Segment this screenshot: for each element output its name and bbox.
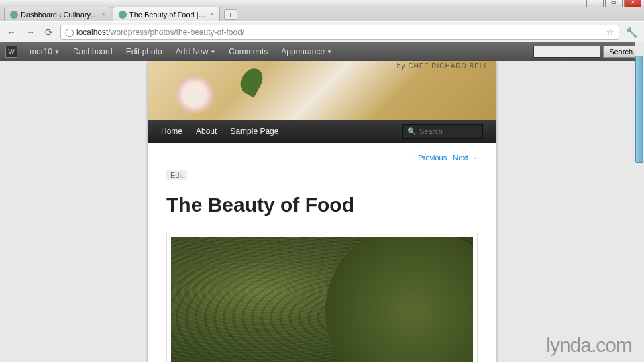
url-path: /wordpress/photos/the-beauty-of-food/ <box>108 27 244 37</box>
adminbar-item-label: Dashboard <box>73 47 113 56</box>
next-post-link[interactable]: Next → <box>453 154 478 162</box>
favicon-icon <box>10 11 18 19</box>
chevron-down-icon: ▼ <box>210 49 215 55</box>
window-maximize-button[interactable]: ▭ <box>605 0 623 7</box>
adminbar-item-label: Add New <box>176 47 209 56</box>
adminbar-edit-photo[interactable]: Edit photo <box>119 42 169 61</box>
wrench-menu-icon[interactable]: 🔧 <box>623 27 640 38</box>
vertical-scrollbar[interactable] <box>635 42 644 362</box>
post-nav: ← Previous Next → <box>166 154 478 162</box>
forward-button[interactable]: → <box>23 25 38 40</box>
adminbar-item-label: Appearance <box>281 47 325 56</box>
nav-about[interactable]: About <box>196 127 217 136</box>
adminbar-search: Search <box>533 46 639 58</box>
wp-admin-bar: W mor10 ▼ Dashboard Edit photo Add New▼ … <box>0 42 644 61</box>
adminbar-user-label: mor10 <box>30 47 52 56</box>
chevron-down-icon: ▼ <box>327 49 332 55</box>
adminbar-item-label: Comments <box>229 47 268 56</box>
wp-logo-icon[interactable]: W <box>5 46 17 58</box>
tab-close-icon[interactable]: × <box>101 11 105 18</box>
favicon-icon <box>119 11 127 19</box>
page-wrap: by CHEF RICHARD BELL Home About Sample P… <box>0 61 644 362</box>
back-button[interactable]: ← <box>4 25 19 40</box>
adminbar-comments[interactable]: Comments <box>222 42 274 61</box>
post-title: The Beauty of Food <box>166 194 478 217</box>
adminbar-search-input[interactable] <box>533 46 600 58</box>
nav-sample-page[interactable]: Sample Page <box>230 127 278 136</box>
viewport: W mor10 ▼ Dashboard Edit photo Add New▼ … <box>0 42 644 362</box>
tab-bar: Dashboard ‹ Culinary Artist × The Beauty… <box>0 5 644 21</box>
adminbar-add-new[interactable]: Add New▼ <box>169 42 223 61</box>
window-close-button[interactable]: ✕ <box>624 0 641 7</box>
scroll-thumb[interactable] <box>635 56 643 163</box>
artichoke-photo <box>171 237 473 362</box>
site-search-input[interactable] <box>419 127 473 135</box>
adminbar-item-label: Edit photo <box>126 47 162 56</box>
site-search[interactable]: 🔍 <box>402 124 483 139</box>
nav-home[interactable]: Home <box>161 127 182 136</box>
window-titlebar: – ▭ ✕ <box>0 0 644 5</box>
browser-tab-current[interactable]: The Beauty of Food | Culina × <box>113 7 220 21</box>
adminbar-search-button[interactable]: Search <box>603 46 639 58</box>
header-byline: by CHEF RICHARD BELL <box>397 62 488 70</box>
adminbar-dashboard[interactable]: Dashboard <box>66 42 119 61</box>
new-tab-button[interactable]: + <box>224 9 237 20</box>
post-featured-image <box>166 233 478 362</box>
search-icon: 🔍 <box>407 127 417 136</box>
prev-post-link[interactable]: ← Previous <box>409 154 447 162</box>
chevron-down-icon: ▼ <box>54 49 60 55</box>
browser-tab-dashboard[interactable]: Dashboard ‹ Culinary Artist × <box>4 7 111 21</box>
window-controls: – ▭ ✕ <box>586 0 641 7</box>
nav-toolbar: ← → ⟳ ◯ localhost/wordpress/photos/the-b… <box>0 21 644 42</box>
adminbar-user[interactable]: mor10 ▼ <box>23 42 66 61</box>
url-bar[interactable]: ◯ localhost/wordpress/photos/the-beauty-… <box>60 25 619 40</box>
browser-chrome: – ▭ ✕ Dashboard ‹ Culinary Artist × The … <box>0 0 644 42</box>
post-content: ← Previous Next → Edit The Beauty of Foo… <box>148 143 496 362</box>
tab-title: Dashboard ‹ Culinary Artist <box>21 11 99 19</box>
adminbar-appearance[interactable]: Appearance▼ <box>274 42 339 61</box>
globe-icon: ◯ <box>65 27 74 37</box>
window-minimize-button[interactable]: – <box>586 0 604 7</box>
edit-post-link[interactable]: Edit <box>166 170 187 180</box>
header-image: by CHEF RICHARD BELL <box>148 61 496 120</box>
site-container: by CHEF RICHARD BELL Home About Sample P… <box>148 61 496 362</box>
site-nav: Home About Sample Page 🔍 <box>148 120 496 143</box>
bookmark-star-icon[interactable]: ☆ <box>606 27 614 37</box>
tab-close-icon[interactable]: × <box>210 11 214 18</box>
tab-title: The Beauty of Food | Culina <box>129 11 207 19</box>
url-host: localhost <box>76 27 108 37</box>
reload-button[interactable]: ⟳ <box>42 25 56 40</box>
